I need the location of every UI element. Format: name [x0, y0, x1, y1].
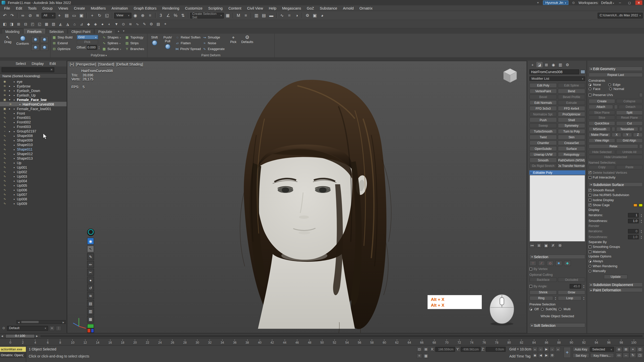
shift-brush-button[interactable]: Shift	[149, 35, 160, 46]
clear-search-icon[interactable]: ✕	[49, 68, 54, 71]
relax-soften-button[interactable]: ◌Relax/ Soften	[175, 35, 201, 40]
plugin-tool-icon-06[interactable]: ◱	[36, 21, 43, 27]
attach-button[interactable]: Attach	[589, 105, 613, 109]
scroll-left-icon[interactable]: ◀	[17, 321, 21, 323]
smooth-result-checkbox[interactable]	[589, 189, 591, 192]
visibility-dot-icon[interactable]: ●	[12, 153, 16, 155]
ornatrix-clump-icon[interactable]: ≋	[87, 292, 94, 299]
offset-spinner[interactable]	[98, 45, 100, 50]
polydraw-grid-dropdown[interactable]: Grid	[77, 35, 98, 39]
set-keys-button[interactable]: +	[564, 347, 571, 358]
plugin-tool-icon-04[interactable]: ⊟	[23, 21, 29, 27]
paint-deform-section-label[interactable]: Paint Deform	[147, 53, 274, 57]
previous-frame-nub[interactable]: ◀	[0, 335, 4, 337]
modifier-button[interactable]: Retopology	[558, 152, 585, 157]
plugin-tool-icon-23[interactable]: ▤	[155, 21, 161, 27]
ribbon-minimize-icon[interactable]	[116, 29, 121, 34]
show-end-result-icon[interactable]: ≣	[536, 243, 542, 248]
cut-button[interactable]: Cut	[616, 121, 643, 126]
slice-button[interactable]: Slice	[589, 115, 615, 120]
motion-tab-icon[interactable]: ◉	[550, 62, 556, 67]
explorer-menu-icon[interactable]: ≡	[49, 326, 55, 331]
quickslice-button[interactable]: QuickSlice	[589, 121, 615, 126]
toggle-scene-explorer-icon[interactable]: ▥	[253, 12, 260, 19]
viewport-general-menu[interactable]: [+]	[70, 62, 74, 66]
explorer-lock-icon[interactable]: ⊙	[2, 326, 6, 330]
make-unique-icon[interactable]: ▣	[543, 243, 549, 248]
go-to-start-button[interactable]: «	[532, 347, 538, 352]
time-slider-track[interactable]	[41, 335, 642, 337]
by-angle-field[interactable]: 45.0	[570, 284, 581, 289]
maximize-viewport-toggle-icon[interactable]: ◳	[637, 352, 643, 358]
ribbon-toggle-icon[interactable]: ▬	[268, 12, 275, 19]
set-key-button[interactable]: Set Key	[573, 353, 589, 358]
bind-to-space-warp-icon[interactable]: ≋	[34, 12, 41, 19]
conform-button[interactable]: Conform	[16, 35, 30, 46]
visibility-dot-icon[interactable]: ●	[12, 179, 16, 182]
expand-arrow-icon[interactable]: ▸	[8, 130, 12, 132]
menu-megascans[interactable]: Megascans	[279, 5, 304, 11]
copy-button[interactable]: Copy	[589, 165, 615, 169]
red-color-swatch[interactable]	[87, 328, 91, 333]
modifier-button[interactable]: Turn to Poly	[558, 129, 585, 134]
list-item[interactable]: ≋ ▸ ● Eyelash_Up	[0, 93, 66, 97]
modifier-button[interactable]: Shell	[558, 117, 585, 122]
paste-button[interactable]: Paste	[616, 165, 643, 169]
list-item[interactable]: ◉ ● eye	[0, 79, 66, 84]
paint-deform-pick-button[interactable]: ⌖Pick	[228, 35, 238, 44]
plugin-tool-icon-15[interactable]: ●	[99, 21, 105, 27]
expand-arrow-icon[interactable]: ▸	[8, 89, 12, 92]
preview-subobj-radio[interactable]	[541, 308, 543, 310]
view-align-button[interactable]: View Align	[589, 138, 615, 143]
key-mode-toggle-button[interactable]: ◉	[532, 353, 538, 358]
time-configuration-button[interactable]: ⚙	[549, 353, 555, 358]
window-crossing-icon[interactable]: ▣	[78, 12, 85, 19]
plugin-tool-icon-18[interactable]: ⊙	[120, 21, 126, 27]
full-interactivity-checkbox[interactable]	[589, 176, 591, 179]
key-filters-button[interactable]: Key Filters...	[590, 353, 614, 358]
spinner-snap-icon[interactable]: ⇅	[179, 12, 186, 19]
menu-help[interactable]: Help	[266, 5, 279, 11]
by-angle-checkbox[interactable]	[529, 285, 532, 288]
ribbon-display-options-icon[interactable]	[121, 29, 126, 34]
zoom-all-icon[interactable]: ⊞	[623, 347, 629, 352]
list-item[interactable]: ∿ ● Shape010	[0, 143, 66, 147]
plugin-tool-icon-11[interactable]: ⌂	[71, 21, 77, 27]
snaps-toggle-icon[interactable]: 3	[157, 12, 164, 19]
maximize-button[interactable]	[626, 1, 633, 5]
menu-content[interactable]: Content	[225, 5, 244, 11]
list-item[interactable]: ∿ ● Up005	[0, 183, 66, 188]
conform-brush-icon[interactable]	[31, 44, 39, 51]
display-smoothness-field[interactable]: 1.0	[628, 219, 638, 223]
user-account-button[interactable]: Hyunsuk Jin	[543, 1, 569, 5]
subdivision-displacement-rollout-header[interactable]: ▸Subdivision Displacement	[589, 282, 643, 287]
modifier-button[interactable]: PathDeform (WSM)	[558, 158, 585, 163]
plugin-tool-icon-20[interactable]: ∿	[134, 21, 140, 27]
list-item[interactable]: ∿ ● Up008	[0, 197, 66, 201]
render-iterations-spinner[interactable]	[640, 229, 643, 234]
add-time-tag[interactable]: Add Time Tag	[509, 354, 531, 358]
visibility-dot-icon[interactable]: ●	[12, 144, 16, 146]
constraint-edge-radio[interactable]	[608, 83, 611, 86]
list-item[interactable]: ∿ ● Up009	[0, 201, 66, 206]
noise-button[interactable]: ≈Noise	[203, 41, 226, 46]
object-name-field[interactable]: HairFromCurves008	[529, 69, 579, 74]
visibility-dot-icon[interactable]: ●	[12, 193, 16, 196]
msmooth-settings-button[interactable]	[612, 127, 615, 131]
material-editor-icon[interactable]: ◑	[293, 12, 300, 19]
list-item[interactable]: ∿ ● Front003	[0, 124, 66, 129]
conform-brush-icon[interactable]	[40, 44, 49, 51]
plugin-tool-icon-05[interactable]: ◰	[30, 21, 36, 27]
modifier-stack-list[interactable]	[529, 175, 585, 242]
shrink-button[interactable]: Shrink	[529, 290, 557, 295]
modifier-button[interactable]: Extrude	[558, 100, 585, 105]
plugin-tool-icon-12[interactable]: ⊿	[78, 21, 85, 27]
paint-deform-defaults-button[interactable]: ⚙Defaults	[240, 35, 254, 44]
display-smoothness-spinner[interactable]	[640, 219, 643, 223]
relax-button[interactable]: Relax	[589, 144, 638, 149]
smudge-button[interactable]: ↝Smudge	[203, 35, 226, 40]
unhide-all-button[interactable]: Unhide All	[616, 150, 643, 154]
polydraw-pick-button[interactable]: Pick	[77, 40, 98, 44]
update-always-radio[interactable]	[589, 260, 591, 262]
constraint-none-radio[interactable]	[589, 83, 591, 86]
